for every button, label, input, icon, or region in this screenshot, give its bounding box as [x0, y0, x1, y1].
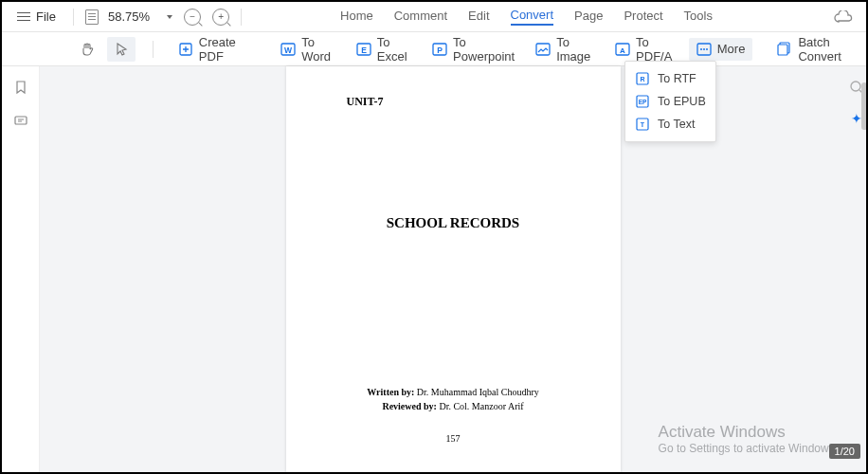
- unit-heading: UNIT-7: [347, 95, 384, 109]
- written-by-label: Written by:: [367, 387, 414, 397]
- svg-text:W: W: [284, 45, 293, 54]
- hamburger-icon: [17, 12, 30, 22]
- document-icon[interactable]: [85, 9, 99, 25]
- zoom-value[interactable]: 58.75%: [108, 9, 150, 24]
- more-dropdown: R To RTF EP To EPUB T To Text: [624, 61, 716, 142]
- to-powerpoint-button[interactable]: P To Powerpoint: [425, 31, 522, 67]
- reviewed-by-label: Reviewed by:: [382, 401, 437, 411]
- tab-page[interactable]: Page: [574, 9, 603, 25]
- tab-tools[interactable]: Tools: [684, 9, 713, 25]
- rtf-icon: R: [635, 71, 650, 86]
- create-pdf-label: Create PDF: [199, 35, 248, 64]
- svg-text:T: T: [641, 121, 645, 128]
- bookmark-icon[interactable]: [13, 80, 28, 95]
- pdfa-icon: A: [615, 42, 630, 57]
- svg-text:EP: EP: [639, 99, 647, 105]
- more-button[interactable]: More: [689, 38, 753, 61]
- tab-protect[interactable]: Protect: [624, 9, 662, 25]
- powerpoint-icon: P: [432, 42, 447, 57]
- svg-point-23: [851, 82, 860, 91]
- document-page: UNIT-7 SCHOOL RECORDS Written by: Dr. Mu…: [286, 66, 621, 472]
- to-excel-label: To Excel: [377, 35, 411, 64]
- pointer-tool[interactable]: [107, 37, 136, 62]
- to-word-label: To Word: [301, 35, 335, 64]
- epub-icon: EP: [635, 94, 650, 109]
- batch-convert-button[interactable]: Batch Convert: [769, 31, 866, 67]
- more-label: More: [717, 42, 746, 56]
- to-text-item[interactable]: T To Text: [625, 113, 715, 136]
- document-title: SCHOOL RECORDS: [286, 215, 621, 231]
- document-page-number: 157: [286, 433, 621, 444]
- batch-icon: [777, 42, 792, 57]
- svg-text:P: P: [437, 45, 443, 54]
- pointer-icon: [114, 42, 129, 57]
- svg-text:R: R: [640, 76, 644, 82]
- page-indicator[interactable]: 1/20: [829, 444, 860, 459]
- to-rtf-item[interactable]: R To RTF: [625, 67, 715, 90]
- to-rtf-label: To RTF: [658, 72, 696, 85]
- svg-rect-15: [778, 45, 787, 55]
- image-icon: [535, 42, 551, 57]
- to-word-button[interactable]: W To Word: [273, 31, 343, 67]
- to-text-label: To Text: [658, 118, 695, 131]
- svg-point-12: [703, 48, 705, 50]
- to-pdfa-label: To PDF/A: [636, 35, 676, 64]
- file-menu-button[interactable]: File: [11, 2, 62, 31]
- create-pdf-icon: [178, 42, 193, 57]
- svg-point-11: [700, 48, 702, 50]
- comments-panel-icon[interactable]: [13, 114, 28, 129]
- zoom-in-button[interactable]: +: [212, 9, 229, 26]
- to-epub-item[interactable]: EP To EPUB: [625, 90, 715, 113]
- to-image-label: To Image: [556, 35, 594, 64]
- text-icon: T: [635, 117, 650, 132]
- to-excel-button[interactable]: E To Excel: [349, 31, 419, 67]
- file-label: File: [36, 9, 56, 24]
- svg-text:E: E: [361, 45, 367, 54]
- hand-tool[interactable]: [73, 37, 101, 62]
- to-powerpoint-label: To Powerpoint: [453, 35, 515, 64]
- zoom-dropdown-caret[interactable]: [167, 15, 172, 19]
- to-image-button[interactable]: To Image: [528, 31, 602, 67]
- scrollbar-thumb[interactable]: [861, 82, 867, 130]
- separator: [153, 41, 154, 58]
- reviewed-by-value: Dr. Col. Manzoor Arif: [439, 401, 523, 411]
- cloud-icon[interactable]: [834, 10, 853, 24]
- tab-convert[interactable]: Convert: [511, 8, 554, 26]
- svg-point-13: [706, 48, 708, 50]
- batch-convert-label: Batch Convert: [798, 35, 859, 64]
- document-authors: Written by: Dr. Muhammad Iqbal Choudhry …: [286, 385, 621, 413]
- hand-icon: [80, 42, 95, 57]
- separator: [241, 9, 242, 26]
- more-icon: [696, 42, 712, 57]
- svg-rect-7: [536, 44, 550, 55]
- tab-comment[interactable]: Comment: [394, 9, 447, 25]
- word-icon: W: [280, 42, 296, 57]
- excel-icon: E: [356, 42, 371, 57]
- create-pdf-button[interactable]: Create PDF: [171, 31, 256, 67]
- written-by-value: Dr. Muhammad Iqbal Choudhry: [417, 387, 539, 397]
- svg-rect-16: [15, 117, 27, 124]
- document-workspace[interactable]: UNIT-7 SCHOOL RECORDS Written by: Dr. Mu…: [40, 66, 866, 472]
- zoom-out-button[interactable]: −: [184, 9, 201, 26]
- separator: [73, 9, 74, 26]
- svg-text:A: A: [620, 46, 625, 54]
- to-epub-label: To EPUB: [658, 95, 706, 108]
- tab-edit[interactable]: Edit: [468, 9, 489, 25]
- tab-home[interactable]: Home: [340, 9, 373, 25]
